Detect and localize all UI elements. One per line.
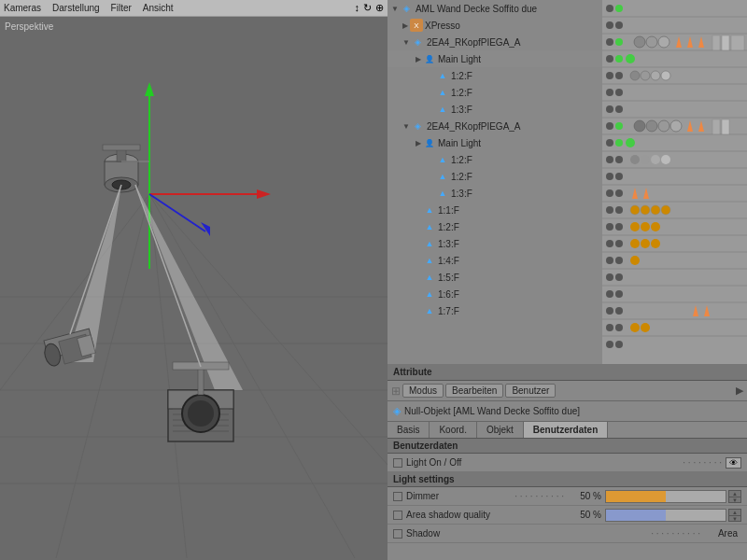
menu-icon3[interactable]: ⊕ (375, 2, 384, 14)
dots-shadow: · · · · · · · · · · (651, 528, 700, 539)
tree-label-16f: 1:6:F (438, 289, 600, 300)
svg-point-67 (606, 72, 613, 79)
tree-item-14f[interactable]: ▶ ▲ 1:4:F (388, 252, 602, 269)
svg-point-110 (606, 206, 613, 214)
svg-point-91 (606, 139, 613, 147)
object-title-bar: ◈ Null-Objekt [AML Wand Decke Soffito du… (388, 401, 747, 422)
svg-rect-62 (602, 50, 747, 67)
tree-item-15f[interactable]: ▶ ▲ 1:5:F (388, 269, 602, 286)
row-area-shadow[interactable]: Area shadow quality 50 % ▲ ▼ (388, 506, 747, 525)
svg-point-137 (615, 290, 623, 298)
viewport-3d[interactable]: Perspektive (0, 17, 388, 560)
svg-point-117 (606, 223, 613, 231)
check-light-on-off[interactable] (393, 458, 402, 468)
tab-koord[interactable]: Koord. (430, 422, 476, 438)
slider-track-area-shadow[interactable] (605, 509, 726, 522)
tree-item-13f-1[interactable]: ▶ ▲ 1:3:F (388, 101, 602, 118)
menu-ansicht[interactable]: Ansicht (143, 3, 174, 13)
slider-dimmer[interactable]: ▲ ▼ (605, 490, 741, 503)
tree-item-xpresso[interactable]: ▶ X XPresso (388, 17, 602, 34)
dots-light-on-off: · · · · · · · · (683, 457, 722, 468)
spinner-dn-area-shadow[interactable]: ▼ (729, 516, 740, 522)
tab-benutzerdaten[interactable]: Benutzerdaten (524, 422, 608, 438)
svg-rect-128 (602, 252, 747, 269)
svg-point-83 (646, 120, 657, 132)
svg-rect-60 (722, 35, 729, 52)
tree-item-13f-2[interactable]: ▶ ▲ 1:3:F (388, 185, 602, 202)
tree-label-13f1: 1:3:F (451, 105, 600, 115)
tree-item-12f-4[interactable]: ▶ ▲ 1:2:F (388, 168, 602, 185)
spinner-up-dimmer[interactable]: ▲ (729, 491, 740, 497)
spinner-up-area-shadow[interactable]: ▲ (729, 510, 740, 516)
slider-track-dimmer[interactable] (605, 490, 726, 503)
menu-kameras[interactable]: Kameras (4, 3, 41, 13)
svg-point-112 (630, 205, 640, 215)
spinner-dn-dimmer[interactable]: ▼ (729, 497, 740, 503)
spinner-area-shadow[interactable]: ▲ ▼ (728, 509, 741, 522)
svg-point-63 (606, 55, 613, 63)
svg-point-125 (630, 239, 640, 248)
label-light-on-off: Light On / Off (406, 457, 683, 468)
tree-item-2ea4-2[interactable]: ▼ ◈ 2EA4_RKopfPIEGA_A (388, 118, 602, 134)
rotate-icon[interactable]: ↻ (363, 2, 372, 14)
tree-item-2ea4-1[interactable]: ▼ ◈ 2EA4_RKopfPIEGA_A (388, 34, 602, 50)
toolbar-icon: ⊞ (391, 385, 401, 398)
tree-item-12f-1[interactable]: ▶ ▲ 1:2:F (388, 67, 602, 84)
menu-darstellung[interactable]: Darstellung (52, 3, 100, 13)
tree-label-15f: 1:5:F (438, 273, 600, 283)
check-shadow[interactable] (393, 529, 402, 539)
tree-item-17f[interactable]: ▶ ▲ 1:7:F (388, 302, 602, 319)
tree-item-mainlight-2[interactable]: ▶ 👤 Main Light (388, 134, 602, 151)
tab-basis[interactable]: Basis (388, 422, 430, 438)
svg-rect-138 (602, 302, 747, 319)
svg-point-82 (634, 120, 645, 132)
refresh-icon[interactable]: ↕ (355, 2, 360, 14)
null-icon-attr: ◈ (393, 405, 401, 417)
value-shadow: Area (700, 528, 738, 539)
svg-rect-135 (602, 286, 747, 302)
tab-objekt[interactable]: Objekt (477, 422, 524, 438)
light-icon-12f5: ▲ (423, 220, 436, 233)
modus-button[interactable]: Modus (402, 384, 444, 398)
tree-item-12f-3[interactable]: ▶ ▲ 1:2:F (388, 151, 602, 168)
menu-icons: ↕ ↻ ⊕ (355, 2, 385, 14)
tree-item-mainlight-1[interactable]: ▶ 👤 Main Light (388, 50, 602, 67)
scene-tree: ▼ ◈ AML Wand Decke Soffito due ▶ X XPres… (388, 0, 602, 364)
svg-rect-104 (602, 185, 747, 202)
tree-item-13f-3[interactable]: ▶ ▲ 1:3:F (388, 235, 602, 252)
tree-item-root[interactable]: ▼ ◈ AML Wand Decke Soffito due (388, 0, 602, 17)
row-dimmer[interactable]: Dimmer · · · · · · · · · · 50 % ▲ ▼ (388, 487, 747, 506)
svg-point-129 (606, 257, 613, 264)
menu-filter[interactable]: Filter (111, 3, 132, 13)
row-shadow[interactable]: Shadow · · · · · · · · · · Area (388, 525, 747, 543)
svg-point-113 (641, 205, 650, 215)
expand-arrow-ml2: ▶ (416, 139, 421, 147)
scene-tree-section: ▼ ◈ AML Wand Decke Soffito due ▶ X XPres… (388, 0, 747, 364)
tree-item-12f-2[interactable]: ▶ ▲ 1:2:F (388, 84, 602, 101)
slider-area-shadow[interactable]: ▲ ▼ (605, 509, 741, 522)
svg-point-54 (646, 36, 657, 48)
slider-fill-area-shadow (606, 510, 666, 521)
tree-item-16f[interactable]: ▶ ▲ 1:6:F (388, 286, 602, 302)
check-dimmer[interactable] (393, 492, 402, 501)
section-light-settings: Light settings (388, 472, 747, 487)
svg-point-98 (641, 155, 650, 164)
svg-point-92 (615, 139, 623, 147)
attribute-tabs: Basis Koord. Objekt Benutzerdaten (388, 422, 747, 439)
row-light-on-off[interactable]: Light On / Off · · · · · · · · 👁 (388, 454, 747, 472)
svg-point-146 (630, 323, 640, 332)
svg-rect-94 (602, 151, 747, 168)
svg-point-93 (626, 138, 635, 147)
tree-item-11f[interactable]: ▶ ▲ 1:1:F (388, 202, 602, 218)
svg-point-74 (606, 89, 613, 96)
light-icon-13f1: ▲ (436, 103, 449, 116)
attribute-header-label: Attribute (393, 367, 432, 377)
benutzer-button[interactable]: Benutzer (505, 384, 556, 398)
spinner-dimmer[interactable]: ▲ ▼ (728, 490, 741, 503)
bearbeiten-button[interactable]: Bearbeiten (445, 384, 503, 398)
eye-icon-btn[interactable]: 👁 (726, 457, 741, 469)
check-area-shadow[interactable] (393, 511, 402, 520)
svg-point-71 (651, 71, 660, 80)
svg-point-45 (606, 5, 613, 12)
tree-item-12f-5[interactable]: ▶ ▲ 1:2:F (388, 218, 602, 235)
